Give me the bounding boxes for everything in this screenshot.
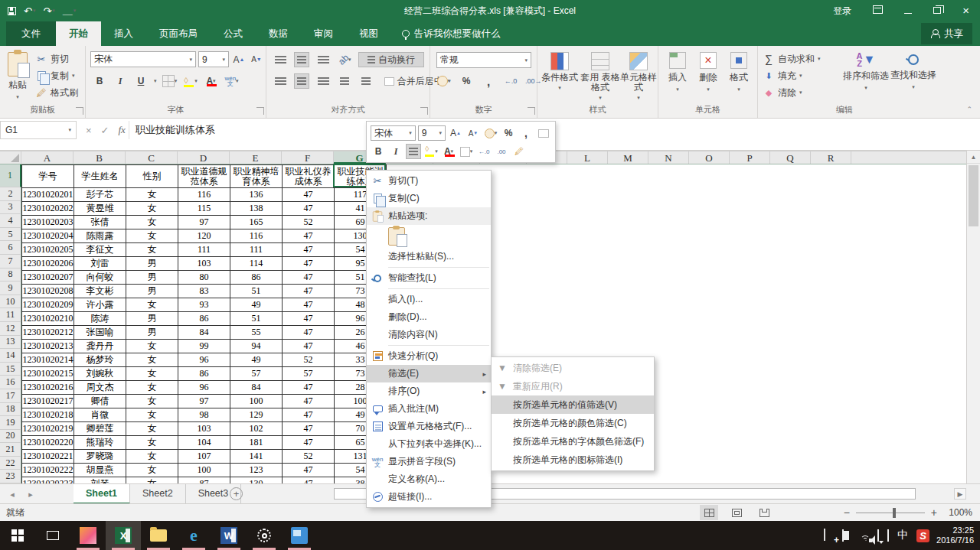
table-cell[interactable]: 51 xyxy=(230,285,283,298)
scroll-up-icon[interactable]: ▲ xyxy=(967,151,980,164)
bold-button[interactable]: B xyxy=(92,73,107,89)
clipboard-dialog-launcher-icon[interactable] xyxy=(76,107,83,115)
context-menu-item[interactable]: 智能查找(L) xyxy=(367,269,491,287)
table-cell[interactable]: 周文杰 xyxy=(74,381,126,395)
cut-button[interactable]: ✂剪切 xyxy=(35,50,78,67)
filter-submenu-item[interactable]: 按所选单元格的颜色筛选(C) xyxy=(492,414,654,432)
table-cell[interactable]: 97 xyxy=(178,395,230,408)
row-header-12[interactable]: 12 xyxy=(0,322,21,336)
mini-decrease-decimal-button[interactable]: .00 xyxy=(494,144,509,159)
row-header-7[interactable]: 7 xyxy=(0,255,21,268)
share-button[interactable]: 共享 xyxy=(921,23,972,44)
row-header-23[interactable]: 23 xyxy=(0,470,21,483)
table-cell[interactable]: 12301020222 xyxy=(22,464,74,477)
table-cell[interactable]: 12301020221 xyxy=(22,450,74,464)
table-cell[interactable]: 84 xyxy=(230,381,283,395)
table-cell[interactable]: 181 xyxy=(230,436,283,450)
align-center-button[interactable] xyxy=(294,73,309,89)
task-view-taskbar-button[interactable] xyxy=(35,521,70,550)
context-menu-item[interactable]: 复制(C) xyxy=(367,190,491,207)
column-header-A[interactable]: A xyxy=(21,151,74,164)
table-cell[interactable]: 52 xyxy=(283,216,335,229)
column-header-F[interactable]: F xyxy=(282,151,334,164)
align-left-button[interactable] xyxy=(273,73,288,89)
table-cell[interactable]: 47 xyxy=(283,298,335,312)
table-cell[interactable]: 102 xyxy=(230,422,283,436)
table-cell[interactable]: 陈涛 xyxy=(74,312,126,326)
sign-in-button[interactable]: 登录 xyxy=(822,0,862,21)
table-cell[interactable]: 138 xyxy=(230,202,283,216)
align-right-button[interactable] xyxy=(315,73,331,89)
table-cell[interactable]: 98 xyxy=(178,408,230,422)
table-cell[interactable]: 12301020219 xyxy=(22,422,74,436)
italic-button[interactable]: I xyxy=(113,73,128,89)
filter-submenu-item[interactable]: 按所选单元格的图标筛选(I) xyxy=(492,451,654,469)
context-menu-item[interactable]: 设置单元格格式(F)... xyxy=(367,418,491,435)
table-cell[interactable]: 张倩 xyxy=(74,216,126,229)
number-dialog-launcher-icon[interactable] xyxy=(528,107,535,115)
context-menu-item[interactable]: 定义名称(A)... xyxy=(367,470,491,488)
table-cell[interactable]: 向何蛟 xyxy=(74,271,126,285)
row-header-1[interactable]: 1 xyxy=(0,164,21,187)
comma-style-button[interactable]: , xyxy=(481,73,496,89)
increase-decimal-button[interactable]: ←.0 xyxy=(503,73,518,89)
chevron-up-icon[interactable] xyxy=(824,530,825,541)
table-cell[interactable]: 12301020218 xyxy=(22,408,74,422)
tell-me-box[interactable]: 告诉我你想要做什么 xyxy=(391,21,511,46)
table-cell[interactable]: 93 xyxy=(178,298,230,312)
table-cell[interactable]: 47 xyxy=(283,408,335,422)
tab-file[interactable]: 文件 xyxy=(6,21,56,46)
table-cell[interactable]: 男 xyxy=(126,326,178,340)
mini-borders-button[interactable]: ▾ xyxy=(459,144,474,159)
keyboard-icon[interactable] xyxy=(887,530,889,541)
table-cell[interactable]: 49 xyxy=(230,353,283,367)
alignment-dialog-launcher-icon[interactable] xyxy=(420,107,428,115)
context-menu-item[interactable]: 删除(D)... xyxy=(367,308,491,326)
table-cell[interactable]: 女 xyxy=(126,436,178,450)
table-cell[interactable]: 86 xyxy=(178,312,230,326)
tab-页面布局[interactable]: 页面布局 xyxy=(146,21,211,46)
column-header-N[interactable]: N xyxy=(648,151,689,164)
table-cell[interactable]: 女 xyxy=(126,408,178,422)
mini-accounting-format-button[interactable]: ▾ xyxy=(483,125,498,141)
table-cell[interactable]: 47 xyxy=(283,422,335,436)
row-header-20[interactable]: 20 xyxy=(0,430,21,444)
find-select-button[interactable]: 查找和选择▾ xyxy=(890,47,937,90)
column-header-R[interactable]: R xyxy=(811,151,851,164)
table-cell[interactable]: 女 xyxy=(126,216,178,229)
table-header-cell[interactable]: 职业道德规范体系 xyxy=(178,165,230,188)
mini-decrease-font-button[interactable]: A▼ xyxy=(466,125,481,141)
mini-merge-center-button[interactable] xyxy=(536,125,551,141)
table-cell[interactable]: 84 xyxy=(178,326,230,340)
number-format-select[interactable]: 常规▾ xyxy=(436,52,531,68)
phonetic-guide-button[interactable]: wén文▾ xyxy=(224,73,240,89)
table-cell[interactable]: 女 xyxy=(126,422,178,436)
table-cell[interactable]: 胡显燕 xyxy=(74,464,126,477)
context-menu-item[interactable]: 插入批注(M) xyxy=(367,400,491,418)
table-cell[interactable]: 116 xyxy=(178,188,230,202)
row-header-8[interactable]: 8 xyxy=(0,268,21,282)
format-painter-button[interactable]: 🖉格式刷 xyxy=(35,84,78,101)
table-header-cell[interactable]: 职业精神培育体系 xyxy=(230,165,283,188)
table-cell[interactable]: 96 xyxy=(178,381,230,395)
context-menu-item[interactable]: 排序(O)▸ xyxy=(367,382,491,400)
row-header-4[interactable]: 4 xyxy=(0,214,21,228)
table-cell[interactable]: 12301020214 xyxy=(22,353,74,367)
table-cell[interactable]: 47 xyxy=(283,464,335,477)
row-header-11[interactable]: 11 xyxy=(0,308,21,322)
font-size-select[interactable]: 9▾ xyxy=(198,51,229,67)
paste-button[interactable]: 粘贴▾ xyxy=(3,47,32,100)
column-header-M[interactable]: M xyxy=(608,151,648,164)
table-cell[interactable]: 12301020210 xyxy=(22,312,74,326)
row-header-6[interactable]: 6 xyxy=(0,241,21,255)
font-color-button[interactable]: A▾ xyxy=(204,73,219,89)
row-header-16[interactable]: 16 xyxy=(0,376,21,389)
row-header-13[interactable]: 13 xyxy=(0,336,21,350)
font-dialog-launcher-icon[interactable] xyxy=(256,107,264,115)
format-as-table-button[interactable]: 套用 表格格式▾ xyxy=(580,47,620,101)
table-header-cell[interactable]: 学生姓名 xyxy=(74,165,126,188)
table-cell[interactable]: 47 xyxy=(283,395,335,408)
mini-comma-button[interactable]: , xyxy=(518,125,534,141)
table-cell[interactable]: 49 xyxy=(230,298,283,312)
table-cell[interactable]: 114 xyxy=(230,257,283,271)
